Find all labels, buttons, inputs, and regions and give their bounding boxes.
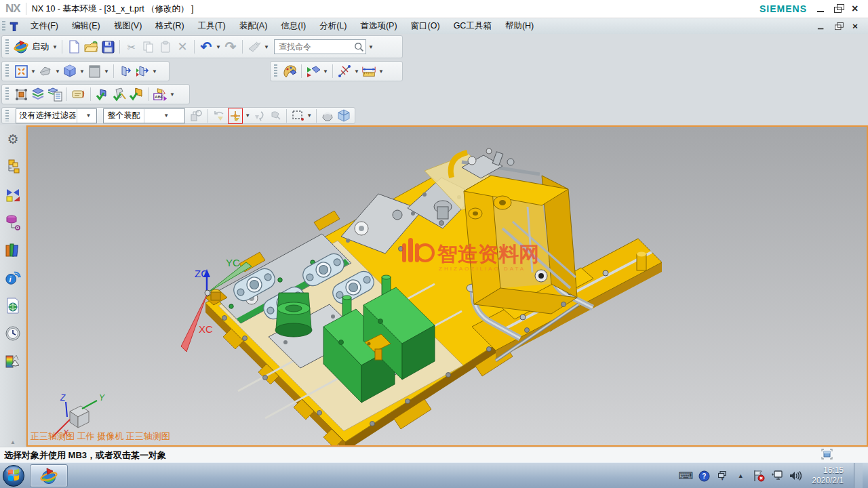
menu-gc-toolbox[interactable]: GC工具箱 — [447, 19, 498, 33]
window-dropdown[interactable]: ▼ — [104, 68, 109, 75]
translucency-button[interactable] — [337, 108, 351, 123]
check-tool-button[interactable] — [112, 87, 127, 102]
start-button[interactable] — [1, 464, 26, 487]
check-part-button[interactable] — [95, 87, 110, 102]
roles-gear-icon[interactable]: ⚙ — [5, 131, 21, 147]
check-assembly-button[interactable] — [129, 87, 144, 102]
edit-object-display-button[interactable]: ABC — [153, 87, 167, 102]
toolbar-grip[interactable] — [2, 21, 5, 32]
toolbar-grip[interactable] — [5, 64, 9, 78]
new-file-button[interactable] — [66, 39, 81, 54]
highlight-shaded-button[interactable] — [321, 108, 334, 123]
clip-section-button[interactable] — [118, 64, 133, 79]
measure-distance-button[interactable] — [361, 64, 376, 79]
toolbar-grip[interactable] — [274, 64, 277, 78]
window-style-button[interactable] — [87, 64, 102, 79]
orient-dropdown[interactable]: ▼ — [55, 68, 60, 75]
assembly-navigator-icon[interactable] — [5, 159, 21, 175]
restore-button[interactable] — [834, 5, 844, 13]
send-command-button[interactable] — [247, 39, 262, 54]
action-center-flag-icon[interactable] — [753, 470, 765, 482]
materials-palette-icon[interactable] — [5, 353, 21, 369]
network-tray-icon[interactable] — [771, 470, 783, 482]
toolbar-grip[interactable] — [5, 87, 9, 101]
constraint-navigator-icon[interactable] — [5, 186, 21, 203]
measure-dropdown[interactable]: ▼ — [378, 68, 384, 75]
start-label[interactable]: 启动 — [32, 41, 49, 53]
drag-button[interactable] — [269, 108, 282, 123]
find-dropdown[interactable]: ▼ — [368, 44, 374, 50]
internet-info-icon[interactable]: i — [5, 270, 21, 286]
magnifier-icon[interactable] — [354, 42, 364, 52]
restore-selection-button[interactable] — [212, 108, 225, 123]
layer-visible-button[interactable] — [31, 87, 45, 102]
start-button[interactable] — [14, 39, 28, 54]
input-keyboard-icon[interactable]: ⌨ — [679, 470, 692, 482]
visualization-button[interactable] — [306, 64, 321, 79]
paste-button[interactable] — [158, 39, 173, 54]
show-desktop-button[interactable] — [854, 463, 863, 488]
find-command-input[interactable] — [277, 41, 354, 52]
undo-button[interactable]: ↶ — [199, 39, 214, 54]
render-style-button[interactable] — [62, 64, 77, 79]
menu-view[interactable]: 视图(V) — [107, 19, 149, 33]
marquee-select-button[interactable] — [291, 108, 304, 123]
send-dropdown[interactable]: ▼ — [264, 44, 269, 50]
start-dropdown[interactable]: ▼ — [52, 44, 58, 50]
menu-analysis[interactable]: 分析(L) — [313, 19, 353, 33]
graphics-window[interactable]: ZC YC XC Z Y X — [26, 125, 868, 447]
redo-button[interactable]: ↷ — [223, 39, 238, 54]
nx-taskbar-button[interactable] — [30, 464, 68, 487]
taskbar-clock[interactable]: 16:15 2020/2/1 — [808, 466, 848, 486]
help-tray-icon[interactable]: ? — [698, 470, 710, 482]
part-navigator-icon[interactable] — [5, 214, 21, 230]
layer-settings-button[interactable] — [47, 87, 62, 102]
reuse-library-icon[interactable] — [5, 242, 21, 258]
note-button[interactable] — [71, 87, 86, 102]
menu-edit[interactable]: 编辑(E) — [65, 19, 107, 33]
assembly-constraints-button[interactable] — [189, 108, 203, 123]
save-button[interactable] — [100, 39, 115, 54]
history-clock-icon[interactable] — [5, 325, 21, 342]
move-component-button[interactable] — [14, 87, 28, 102]
true-shading-button[interactable] — [282, 64, 297, 79]
web-browser-page-icon[interactable] — [5, 298, 21, 314]
scope-combo-arrow[interactable]: ▼ — [144, 109, 184, 123]
window-restore-tray-icon[interactable]: ▼ — [716, 470, 728, 482]
orient-view-button[interactable] — [38, 64, 53, 79]
menu-format[interactable]: 格式(R) — [149, 19, 191, 33]
visualization-dropdown[interactable]: ▼ — [323, 68, 328, 75]
menu-information[interactable]: 信息(I) — [274, 19, 313, 33]
selection-scope-combo[interactable]: 整个装配 ▼ — [103, 108, 185, 123]
snap-dropdown[interactable]: ▼ — [354, 68, 359, 75]
snap-point-button[interactable] — [337, 64, 352, 79]
minimize-button[interactable] — [816, 5, 826, 13]
fit-dropdown[interactable]: ▼ — [31, 68, 36, 75]
marquee-dropdown[interactable]: ▼ — [307, 113, 312, 119]
selection-filter-combo[interactable]: 没有选择过滤器 ▼ — [16, 108, 98, 123]
delete-button[interactable]: ✕ — [175, 39, 190, 54]
sidebar-collapse-arrow[interactable]: ▲ — [0, 439, 26, 445]
edit-display-dropdown[interactable]: ▼ — [170, 92, 175, 98]
toolbar-grip[interactable] — [5, 110, 9, 121]
mdi-minimize-button[interactable] — [817, 22, 825, 29]
cut-button[interactable]: ✂ — [124, 39, 139, 54]
open-button[interactable] — [83, 39, 98, 54]
volume-tray-icon[interactable] — [789, 470, 802, 482]
restore-graphics-button[interactable] — [821, 449, 868, 462]
menu-file[interactable]: 文件(F) — [24, 19, 65, 33]
close-button[interactable]: × — [852, 5, 861, 13]
reorient-button[interactable] — [252, 108, 266, 123]
snap-toggle-dropdown[interactable]: ▼ — [245, 113, 250, 119]
show-hidden-icons-button[interactable]: ▲ — [734, 470, 747, 482]
fit-view-button[interactable] — [14, 64, 28, 79]
filter-combo-arrow[interactable]: ▼ — [77, 109, 97, 123]
mdi-close-button[interactable]: × — [852, 22, 861, 29]
clip-section-assembly-button[interactable] — [135, 64, 150, 79]
menu-assemblies[interactable]: 装配(A) — [233, 19, 275, 33]
render-dropdown[interactable]: ▼ — [79, 68, 85, 75]
toolbar-grip[interactable] — [5, 39, 9, 54]
menu-help[interactable]: 帮助(H) — [498, 19, 540, 33]
clip-dropdown[interactable]: ▼ — [152, 68, 157, 75]
menu-window[interactable]: 窗口(O) — [404, 19, 447, 33]
